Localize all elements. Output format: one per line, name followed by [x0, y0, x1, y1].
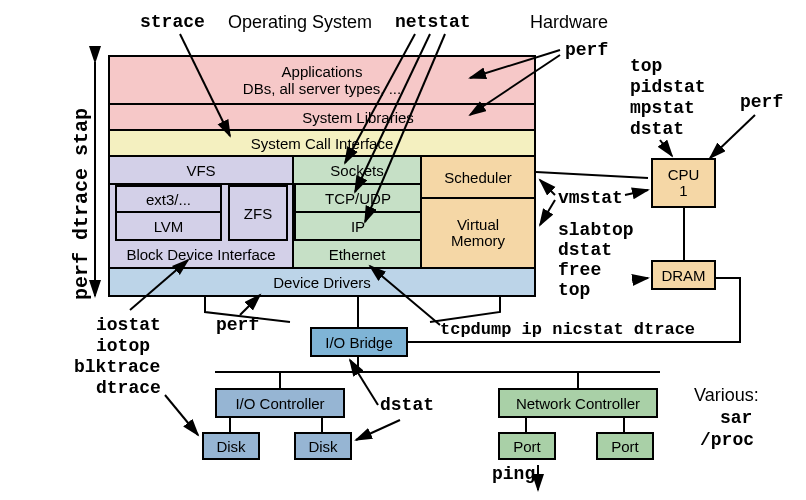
vmem-l2: Memory [451, 233, 505, 250]
tool-slabtop: slabtop [558, 220, 634, 240]
os-zfs: ZFS [228, 185, 288, 241]
os-eth: Ethernet [294, 241, 422, 269]
hw-dram: DRAM [651, 260, 716, 290]
svg-line-7 [710, 115, 755, 158]
tool-tcpdump-etc: tcpdump ip nicstat dtrace [440, 320, 695, 339]
hw-port2: Port [596, 432, 654, 460]
tool-free: free [558, 260, 601, 280]
hw-netctrl: Network Controller [498, 388, 658, 418]
tool-iostat: iostat [96, 315, 161, 335]
os-lvm: LVM [115, 213, 222, 241]
header-os: Operating System [228, 12, 372, 33]
hw-port1: Port [498, 432, 556, 460]
tool-ping: ping [492, 464, 535, 484]
os-sockets: Sockets [294, 157, 422, 185]
os-drivers: Device Drivers [108, 269, 536, 297]
tool-pidstat: pidstat [630, 77, 706, 97]
svg-line-8 [540, 180, 555, 195]
os-vmem: Virtual Memory [422, 199, 536, 269]
hw-ioctrl: I/O Controller [215, 388, 345, 418]
svg-line-14 [240, 295, 260, 315]
os-ip: IP [294, 213, 422, 241]
hw-iobridge: I/O Bridge [310, 327, 408, 357]
tool-top2: top [558, 280, 590, 300]
side-tools-label: perf dtrace stap [70, 75, 93, 300]
os-syslib-filler [108, 105, 182, 131]
svg-line-20 [536, 172, 648, 178]
tool-iotop: iotop [96, 336, 150, 356]
tool-netstat: netstat [395, 12, 471, 32]
os-sci: System Call Interface [108, 131, 536, 157]
svg-line-6 [660, 140, 672, 156]
os-syslib: System Libraries [180, 105, 536, 131]
tool-blktrace: blktrace [74, 357, 160, 377]
tool-mpstat: mpstat [630, 98, 695, 118]
tool-top: top [630, 56, 662, 76]
svg-line-16 [350, 360, 378, 405]
tool-proc: /proc [700, 430, 754, 450]
tool-perf-mid: perf [216, 315, 259, 335]
tool-perf-right: perf [740, 92, 783, 112]
os-bdi: Block Device Interface [108, 241, 294, 269]
hw-cpu: CPU 1 [651, 158, 716, 208]
svg-line-9 [540, 200, 555, 225]
tool-dtrace: dtrace [96, 378, 161, 398]
os-ext3: ext3/... [115, 185, 222, 213]
tool-sar: sar [720, 408, 752, 428]
tool-vmstat: vmstat [558, 188, 623, 208]
tool-strace: strace [140, 12, 205, 32]
svg-line-11 [632, 278, 648, 280]
header-hw: Hardware [530, 12, 608, 33]
label-various: Various: [694, 385, 759, 406]
tool-dstat1: dstat [630, 119, 684, 139]
hw-disk2: Disk [294, 432, 352, 460]
cpu-l1: CPU [668, 167, 700, 184]
svg-line-10 [625, 190, 648, 195]
svg-line-13 [165, 395, 198, 435]
apps-l1: Applications [282, 63, 363, 80]
tool-perf-top: perf [565, 40, 608, 60]
hw-disk1: Disk [202, 432, 260, 460]
svg-line-17 [356, 420, 400, 440]
os-vfs: VFS [108, 157, 294, 185]
os-scheduler: Scheduler [422, 157, 536, 199]
tool-dstat2: dstat [558, 240, 612, 260]
tool-dstat3: dstat [380, 395, 434, 415]
apps-l2: DBs, all server types, ... [243, 80, 401, 97]
vmem-l1: Virtual [457, 217, 499, 234]
cpu-l2: 1 [679, 183, 687, 200]
os-tcpudp: TCP/UDP [294, 185, 422, 213]
os-applications: Applications DBs, all server types, ... [108, 55, 536, 105]
